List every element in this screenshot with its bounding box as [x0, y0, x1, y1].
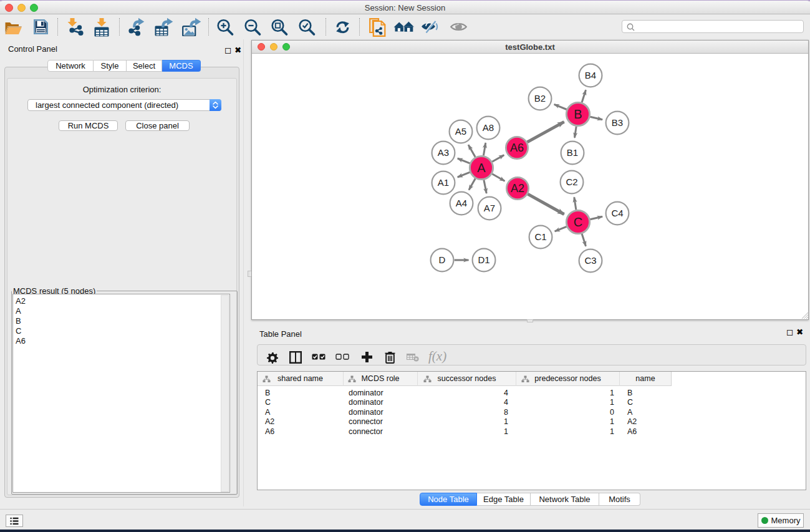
- svg-text:B2: B2: [534, 93, 546, 104]
- svg-text:A2: A2: [511, 182, 524, 195]
- svg-text:D1: D1: [478, 254, 489, 265]
- svg-text:C2: C2: [566, 177, 577, 187]
- svg-text:A6: A6: [510, 142, 524, 154]
- svg-text:A7: A7: [484, 203, 495, 213]
- svg-text:C3: C3: [584, 255, 596, 266]
- svg-text:A5: A5: [455, 126, 466, 137]
- svg-text:C4: C4: [611, 208, 623, 218]
- svg-text:B: B: [574, 107, 582, 121]
- svg-text:C: C: [574, 215, 582, 229]
- svg-text:A3: A3: [438, 147, 449, 158]
- svg-text:A: A: [477, 161, 486, 175]
- svg-text:B3: B3: [612, 117, 623, 128]
- svg-text:A8: A8: [483, 122, 494, 133]
- svg-text:A1: A1: [438, 177, 449, 188]
- svg-text:C1: C1: [534, 231, 546, 242]
- svg-text:D: D: [439, 254, 446, 265]
- svg-text:B4: B4: [585, 70, 596, 80]
- svg-text:A4: A4: [456, 198, 467, 208]
- svg-text:B1: B1: [567, 147, 578, 158]
